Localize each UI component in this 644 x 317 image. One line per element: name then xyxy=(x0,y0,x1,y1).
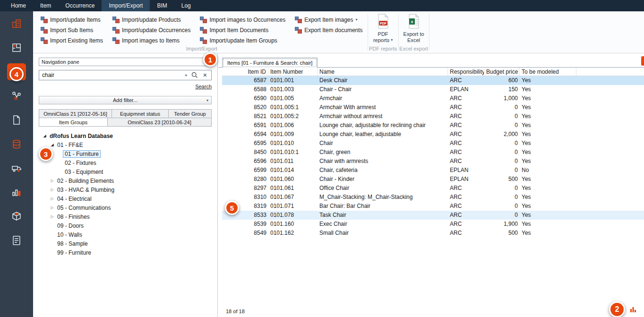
menu-item-occurrence[interactable]: Occurrence xyxy=(58,0,102,11)
systems-icon[interactable] xyxy=(7,87,26,104)
tree-item-03-equipment[interactable]: 03 - Equipment xyxy=(39,167,212,176)
nav-tab-equipmnet-status[interactable]: Equipmnet status xyxy=(112,109,169,118)
tree-item-01-ff-e[interactable]: ◢01 - FF&E xyxy=(39,140,212,149)
menubar: HomeItemOccurrenceImport/ExportBIMLog xyxy=(0,0,644,11)
nav-tab-omniclass-21-2012-05-16[interactable]: OmniClass 21 [2012-05-16] xyxy=(39,109,112,118)
nav-tab-omniclass-23-2010-06-24[interactable]: OmniClass 23 [2010-06-24] xyxy=(107,118,212,127)
table-row[interactable]: 85210101.005:2Armchair without armrestAR… xyxy=(222,112,644,121)
cell-id: 8280 xyxy=(222,175,268,184)
table-row[interactable]: 65910101.006Lounge chair, adjustable for… xyxy=(222,121,644,130)
column-header-blank[interactable] xyxy=(576,68,644,76)
expander-collapsed-icon[interactable]: ▷ xyxy=(49,197,55,201)
expander-collapsed-icon[interactable]: ▷ xyxy=(49,179,55,183)
cell-number: 0101.160 xyxy=(268,220,318,229)
table-row[interactable]: 65900101.005ArmchairARC1,000Yes xyxy=(222,94,644,103)
ribbon-button-import-images-to-items[interactable]: Import images to Items xyxy=(112,36,190,44)
tree-item-05-communications[interactable]: ▷05 - Communications xyxy=(39,203,212,212)
column-header-modeled[interactable]: To be modeled xyxy=(520,68,576,76)
tree-item-99-furniture[interactable]: 99 - Furniture xyxy=(39,248,212,257)
expander-collapsed-icon[interactable]: ▷ xyxy=(49,188,55,192)
tree-item-02-fixtures[interactable]: 02 - Fixtures xyxy=(39,158,212,167)
search-dropdown-caret-icon[interactable]: ▾ xyxy=(183,73,189,77)
expander-collapsed-icon[interactable]: ▷ xyxy=(49,214,55,219)
ribbon-button-import-sub-items[interactable]: Import Sub Items xyxy=(41,26,103,34)
items-tab[interactable]: Items [01 - Furniture & Search: chair] xyxy=(222,58,318,68)
ribbon-button-import-update-items[interactable]: Import/update Items xyxy=(41,16,103,24)
cell-resp: ARC xyxy=(448,112,484,121)
cell-resp: ARC xyxy=(448,202,484,211)
ribbon-button-import-update-item-groups[interactable]: Import/update Item Groups xyxy=(200,36,285,44)
column-header-name[interactable]: Name xyxy=(318,68,448,76)
table-row[interactable]: 85330101.078Task ChairARC0Yes xyxy=(222,211,644,220)
reports-icon[interactable] xyxy=(7,232,26,249)
columns-panel-icon[interactable] xyxy=(630,306,636,315)
menu-item-import-export[interactable]: Import/Export xyxy=(102,0,150,11)
ribbon-button-import-images-to-occurrences[interactable]: Import images to Occurrences xyxy=(200,16,285,24)
table-row[interactable]: 82800101.060Chair - KinderEPLAN500Yes xyxy=(222,175,644,184)
tree-item-01-furniture[interactable]: 01 - Furniture xyxy=(39,149,212,158)
table-row[interactable]: 83100101.067M_Chair-Stacking: M_Chair-St… xyxy=(222,193,644,202)
tree-item-09-doors[interactable]: 09 - Doors xyxy=(39,221,212,230)
table-row[interactable]: 65880101.003Chair - ChairEPLAN150Yes xyxy=(222,85,644,94)
cell-name: Task Chair xyxy=(318,211,448,220)
ribbon-button-import-existing-items[interactable]: Import Existing Items xyxy=(41,36,103,44)
expander-expanded-icon[interactable]: ◢ xyxy=(42,134,48,138)
table-row[interactable]: 85390101.160Exec ChairARC1,900Yes xyxy=(222,220,644,229)
documents-icon[interactable] xyxy=(7,111,26,129)
table-row[interactable]: 84500101.010:1Chair, greenARC0Yes xyxy=(222,148,644,157)
search-link[interactable]: Search xyxy=(195,84,212,89)
statistics-icon[interactable] xyxy=(7,184,26,201)
table-row[interactable]: 82970101.061Office ChairARC0Yes xyxy=(222,184,644,193)
cell-price: 0 xyxy=(484,139,520,148)
tree-item-02-building-elements[interactable]: ▷02 - Building Elements xyxy=(39,176,212,185)
items-table: Item IDItem NumberNameResponsibilityBudg… xyxy=(222,68,644,238)
logistics-icon[interactable] xyxy=(7,160,26,177)
floor-plan-icon[interactable] xyxy=(7,39,26,56)
table-row[interactable]: 65960101.011Chair with armrestsARC0Yes xyxy=(222,157,644,166)
export-to-excel-button[interactable]: X Export to Excel xyxy=(399,11,429,43)
tree-item-drofus-learn-database[interactable]: ◢dRofus Learn Database xyxy=(39,131,212,140)
column-header-id[interactable]: Item ID xyxy=(222,68,268,76)
ribbon-button-export-item-documents[interactable]: Export Item documents xyxy=(295,26,362,34)
table-row[interactable]: 65950101.010ChairARC0Yes xyxy=(222,139,644,148)
expander-collapsed-icon[interactable]: ▷ xyxy=(49,206,55,210)
table-row[interactable]: 65990101.014Chair, cafeteriaEPLAN0No xyxy=(222,166,644,175)
column-header-resp[interactable]: Responsibility xyxy=(448,68,484,76)
table-row[interactable]: 85490101.162Small ChairARC500Yes xyxy=(222,229,644,238)
cell-id: 6591 xyxy=(222,121,268,130)
table-row[interactable]: 83190101.071Bar Chair: Bar ChairARC0Yes xyxy=(222,202,644,211)
menu-item-item[interactable]: Item xyxy=(33,0,58,11)
annotation-circle-2: 2 xyxy=(609,301,625,317)
ribbon-button-import-update-products[interactable]: Import/update Products xyxy=(112,16,190,24)
table-row[interactable]: 85200101.005:1Armchair With armrestARC0Y… xyxy=(222,103,644,112)
cell-price: 0 xyxy=(484,121,520,130)
sidebar xyxy=(0,11,33,317)
package-icon[interactable] xyxy=(7,208,26,225)
nav-tab-tender-group[interactable]: Tender Group xyxy=(168,109,212,118)
buildings-icon[interactable] xyxy=(7,15,26,32)
ribbon-button-import-item-documents[interactable]: Import Item Documents xyxy=(200,26,285,34)
expander-expanded-icon[interactable]: ◢ xyxy=(49,143,55,147)
pdf-reports-button[interactable]: PDF PDF reports▾ xyxy=(368,11,398,43)
add-filter-dropdown[interactable]: Add filter... ▾ xyxy=(39,96,212,104)
cell-number: 0101.001 xyxy=(268,76,318,85)
ribbon-button-export-item-images[interactable]: Export Item images▾ xyxy=(295,16,362,24)
table-row[interactable]: 65940101.009Lounge chair, leather, adjus… xyxy=(222,130,644,139)
column-header-number[interactable]: Item Number xyxy=(268,68,318,76)
search-icon[interactable] xyxy=(189,72,200,78)
column-header-price[interactable]: Budget price xyxy=(484,68,520,76)
tree-item-98-sample[interactable]: 98 - Sample xyxy=(39,239,212,248)
search-input[interactable] xyxy=(39,71,183,79)
tree-item-08-finishes[interactable]: ▷08 - Finishes xyxy=(39,212,212,221)
database-icon[interactable] xyxy=(7,136,26,153)
menu-item-bim[interactable]: BIM xyxy=(150,0,174,11)
nav-tab-item-groups[interactable]: Item Groups xyxy=(39,118,108,127)
tree-item-10-walls[interactable]: 10 - Walls xyxy=(39,230,212,239)
ribbon-button-import-update-occurrences[interactable]: Import/update Occurrences xyxy=(112,26,190,34)
menu-item-home[interactable]: Home xyxy=(4,0,33,11)
clear-search-icon[interactable]: × xyxy=(200,71,211,79)
tree-item-03-hvac-plumbing[interactable]: ▷03 - HVAC & Plumbing xyxy=(39,185,212,194)
menu-item-log[interactable]: Log xyxy=(174,0,198,11)
table-row[interactable]: 65870101.001Desk ChairARC600Yes xyxy=(222,76,644,85)
tree-item-04-electrical[interactable]: ▷04 - Electrical xyxy=(39,194,212,203)
